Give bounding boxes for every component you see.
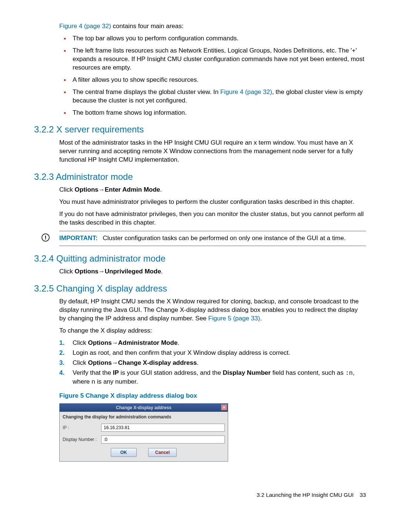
menu-path: Options→Enter Admin Mode <box>75 186 160 193</box>
text: . <box>177 339 179 346</box>
heading-324: 3.2.4 Quitting administrator mode <box>34 253 366 265</box>
ip-row: IP : <box>63 424 225 432</box>
menu-path: Options→Administrator Mode <box>88 339 178 346</box>
field-name: Display Number <box>223 369 270 376</box>
important-label: IMPORTANT: <box>59 235 98 242</box>
ip-input[interactable] <box>101 424 225 432</box>
bullet-item: A filter allows you to show specific res… <box>59 76 366 84</box>
menu-path: Options→Change X-display address <box>88 359 197 366</box>
cancel-button[interactable]: Cancel <box>148 448 177 457</box>
field-name: IP <box>113 369 119 376</box>
figure-4-link[interactable]: Figure 4 (page 32) <box>220 88 272 95</box>
intro-line: Figure 4 (page 32) contains four main ar… <box>59 22 366 31</box>
display-number-input[interactable] <box>101 435 225 444</box>
body-text: By default, HP Insight CMU sends the X W… <box>59 297 366 323</box>
figure-caption: Figure 5 Change X display address dialog… <box>59 392 366 400</box>
text: . <box>260 315 262 322</box>
bullet-text: The central frame displays the global cl… <box>73 88 220 95</box>
text: . <box>197 359 199 366</box>
footer-text: 3.2 Launching the HP Insight CMU GUI <box>257 492 354 498</box>
text: . <box>160 186 162 193</box>
intro-bullets: The top bar allows you to perform config… <box>59 34 366 117</box>
intro-tail: contains four main areas: <box>111 23 184 30</box>
dialog-subhead: Changing the display for administration … <box>63 414 225 420</box>
step-item: Verify that the IP is your GUI station a… <box>59 369 366 387</box>
change-x-display-dialog: Change X-display address × Changing the … <box>59 403 228 462</box>
body-text: To change the X display address: <box>59 327 366 335</box>
text: Click <box>59 186 75 193</box>
step-item: Click Options→Change X-display address. <box>59 359 366 367</box>
ip-label: IP : <box>63 425 101 431</box>
body-text: Most of the administrator tasks in the H… <box>59 139 366 164</box>
bullet-item: The bottom frame shows log information. <box>59 109 366 117</box>
step-item: Click Options→Administrator Mode. <box>59 339 366 347</box>
step-item: Login as root, and then confirm that you… <box>59 349 366 357</box>
text: is any number. <box>95 378 138 385</box>
text: . <box>161 268 163 275</box>
important-text: Cluster configuration tasks can be perfo… <box>103 235 346 242</box>
text: is your GUI station address, and the <box>119 369 223 376</box>
menu-path: Options→Unprivileged Mode <box>75 268 161 275</box>
close-icon[interactable]: × <box>221 404 227 410</box>
text: Click <box>73 339 88 346</box>
ok-button[interactable]: OK <box>111 448 137 457</box>
body-text: If you do not have administrator privile… <box>59 210 366 227</box>
page-footer: 3.2 Launching the HP Insight CMU GUI 33 <box>34 491 366 499</box>
text: Click <box>59 268 75 275</box>
dialog-body: Changing the display for administration … <box>60 412 228 461</box>
heading-323: 3.2.3 Administrator mode <box>34 171 366 183</box>
heading-325: 3.2.5 Changing X display address <box>34 283 366 294</box>
steps-list: Click Options→Administrator Mode. Login … <box>59 339 366 387</box>
heading-322: 3.2.2 X server requirements <box>34 124 366 135</box>
display-number-label: Display Number : <box>63 437 101 442</box>
click-instruction: Click Options→Unprivileged Mode. <box>59 267 366 276</box>
code-text: n <box>91 378 95 385</box>
bullet-item: The left frame lists resources such as N… <box>59 47 366 72</box>
click-instruction: Click Options→Enter Admin Mode. <box>59 186 366 194</box>
text: Verify that the <box>73 369 113 376</box>
dialog-buttons: OK Cancel <box>63 447 225 458</box>
text: Click <box>73 359 88 366</box>
figure-4-link[interactable]: Figure 4 (page 32) <box>59 23 111 30</box>
bullet-item: The top bar allows you to perform config… <box>59 34 366 43</box>
text: field has content, such as <box>271 369 345 376</box>
display-number-row: Display Number : <box>63 435 225 444</box>
page-number: 33 <box>360 492 366 498</box>
important-icon: ! <box>41 233 50 242</box>
dialog-titlebar[interactable]: Change X-display address × <box>60 404 228 412</box>
code-text: :n <box>345 370 353 377</box>
important-note: ! IMPORTANT:Cluster configuration tasks … <box>59 231 366 246</box>
figure-5-link[interactable]: Figure 5 (page 33) <box>208 315 260 322</box>
bullet-item: The central frame displays the global cl… <box>59 88 366 105</box>
dialog-title: Change X-display address <box>116 405 171 410</box>
body-text: You must have administrator privileges t… <box>59 198 366 206</box>
